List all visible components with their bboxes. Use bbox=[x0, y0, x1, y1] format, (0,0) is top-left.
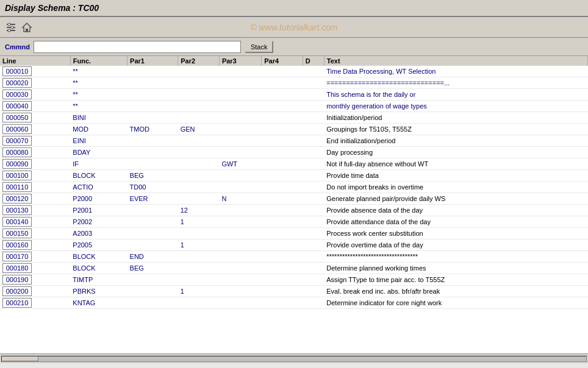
cell-line: 000030 bbox=[0, 89, 70, 101]
table-row[interactable]: 000090 IF GWT Not if full-day absence wi… bbox=[0, 158, 588, 170]
cell-par3: GWT bbox=[219, 158, 261, 170]
table-row[interactable]: 000030 ** This schema is for the daily o… bbox=[0, 89, 588, 101]
cell-d bbox=[303, 297, 324, 309]
cell-func: ** bbox=[70, 89, 127, 101]
cell-par4 bbox=[262, 147, 303, 158]
table-row[interactable]: 000130 P2001 12 Provide absence data of … bbox=[0, 205, 588, 216]
svg-point-3 bbox=[8, 23, 10, 26]
cell-func: P2001 bbox=[70, 205, 127, 216]
watermark: © www.tutorialkart.com bbox=[250, 23, 337, 32]
cell-func: P2005 bbox=[70, 239, 127, 251]
cell-par2 bbox=[178, 66, 220, 77]
cell-par1 bbox=[127, 228, 178, 239]
table-row[interactable]: 000070 EINI End initialization/period bbox=[0, 135, 588, 147]
cell-line: 000020 bbox=[0, 77, 70, 89]
cell-par4 bbox=[262, 286, 303, 297]
cell-line: 000200 bbox=[0, 286, 70, 297]
table-row[interactable]: 000170 BLOCK END ***********************… bbox=[0, 251, 588, 263]
title-bar: Display Schema : TC00 bbox=[0, 0, 588, 17]
table-row[interactable]: 000020 ** ==============================… bbox=[0, 77, 588, 89]
cell-par4 bbox=[262, 89, 303, 101]
cell-text: Time Data Processing, WT Selection bbox=[324, 66, 587, 77]
table-row[interactable]: 000100 BLOCK BEG Provide time data bbox=[0, 170, 588, 182]
scroll-thumb[interactable] bbox=[2, 356, 38, 361]
cell-line: 000010 bbox=[0, 66, 70, 77]
cell-line: 000150 bbox=[0, 228, 70, 239]
cell-text: Provide time data bbox=[324, 170, 587, 182]
cell-par4 bbox=[262, 77, 303, 89]
home-icon[interactable] bbox=[21, 21, 33, 34]
cell-par4 bbox=[262, 193, 303, 205]
cell-par2 bbox=[178, 193, 220, 205]
cell-func: ** bbox=[70, 66, 127, 77]
cell-par4 bbox=[262, 101, 303, 112]
command-input[interactable] bbox=[34, 41, 241, 53]
cell-d bbox=[303, 182, 324, 193]
cell-par1 bbox=[127, 89, 178, 101]
table-row[interactable]: 000190 TIMTP Assign TType to time pair a… bbox=[0, 274, 588, 286]
table-row[interactable]: 000080 BDAY Day processing bbox=[0, 147, 588, 158]
cell-par4 bbox=[262, 216, 303, 228]
cell-func: KNTAG bbox=[70, 297, 127, 309]
cell-text: *********************************** bbox=[324, 251, 587, 263]
cell-text: ==============================... bbox=[324, 77, 587, 89]
cell-par3 bbox=[219, 297, 261, 309]
cell-par1: BEG bbox=[127, 263, 178, 274]
cell-par2 bbox=[178, 135, 220, 147]
scroll-track[interactable] bbox=[1, 356, 587, 362]
cell-line: 000130 bbox=[0, 205, 70, 216]
cell-par3 bbox=[219, 251, 261, 263]
cell-par3 bbox=[219, 135, 261, 147]
cell-par2 bbox=[178, 147, 220, 158]
cell-par3 bbox=[219, 274, 261, 286]
col-par2: Par2 bbox=[178, 56, 220, 66]
table-row[interactable]: 000120 P2000 EVER N Generate planned pai… bbox=[0, 193, 588, 205]
table-row[interactable]: 000140 P2002 1 Provide attendance data o… bbox=[0, 216, 588, 228]
cell-d bbox=[303, 89, 324, 101]
cell-par2: 12 bbox=[178, 205, 220, 216]
cell-par3 bbox=[219, 112, 261, 124]
cell-d bbox=[303, 205, 324, 216]
cell-par2 bbox=[178, 182, 220, 193]
cell-d bbox=[303, 135, 324, 147]
table-row[interactable]: 000110 ACTIO TD00 Do not import breaks i… bbox=[0, 182, 588, 193]
cell-par3 bbox=[219, 263, 261, 274]
cell-par3: N bbox=[219, 193, 261, 205]
col-d: D bbox=[303, 56, 324, 66]
cell-d bbox=[303, 239, 324, 251]
table-row[interactable]: 000200 PBRKS 1 Eval. break end inc. abs.… bbox=[0, 286, 588, 297]
cell-par3 bbox=[219, 170, 261, 182]
cell-par4 bbox=[262, 297, 303, 309]
cell-par1 bbox=[127, 112, 178, 124]
cell-d bbox=[303, 170, 324, 182]
table-row[interactable]: 000210 KNTAG Determine indicator for cor… bbox=[0, 297, 588, 309]
cell-text: Generate planned pair/provide daily WS bbox=[324, 193, 587, 205]
cell-par1: END bbox=[127, 251, 178, 263]
table-row[interactable]: 000180 BLOCK BEG Determine planned worki… bbox=[0, 263, 588, 274]
cell-text: Groupings for T510S, T555Z bbox=[324, 124, 587, 135]
table-row[interactable]: 000150 A2003 Process work center substit… bbox=[0, 228, 588, 239]
cell-par3 bbox=[219, 89, 261, 101]
cell-d bbox=[303, 216, 324, 228]
cell-func: MOD bbox=[70, 124, 127, 135]
cell-par1 bbox=[127, 297, 178, 309]
cell-par1: BEG bbox=[127, 170, 178, 182]
table-row[interactable]: 000160 P2005 1 Provide overtime data of … bbox=[0, 239, 588, 251]
cell-par2 bbox=[178, 274, 220, 286]
cell-text: Determine indicator for core night work bbox=[324, 297, 587, 309]
cell-par2 bbox=[178, 228, 220, 239]
cell-line: 000190 bbox=[0, 274, 70, 286]
table-row[interactable]: 000010 ** Time Data Processing, WT Selec… bbox=[0, 66, 588, 77]
cell-par1 bbox=[127, 158, 178, 170]
table-row[interactable]: 000050 BINI Initialization/period bbox=[0, 112, 588, 124]
cell-d bbox=[303, 124, 324, 135]
stack-button[interactable]: Stack bbox=[245, 41, 274, 53]
cell-par3 bbox=[219, 228, 261, 239]
table-row[interactable]: 000040 ** monthly generation of wage typ… bbox=[0, 101, 588, 112]
cell-par1 bbox=[127, 286, 178, 297]
cell-par4 bbox=[262, 135, 303, 147]
settings-icon[interactable] bbox=[5, 21, 17, 34]
cell-par2 bbox=[178, 77, 220, 89]
table-row[interactable]: 000060 MOD TMOD GEN Groupings for T510S,… bbox=[0, 124, 588, 135]
col-func: Func. bbox=[70, 56, 127, 66]
